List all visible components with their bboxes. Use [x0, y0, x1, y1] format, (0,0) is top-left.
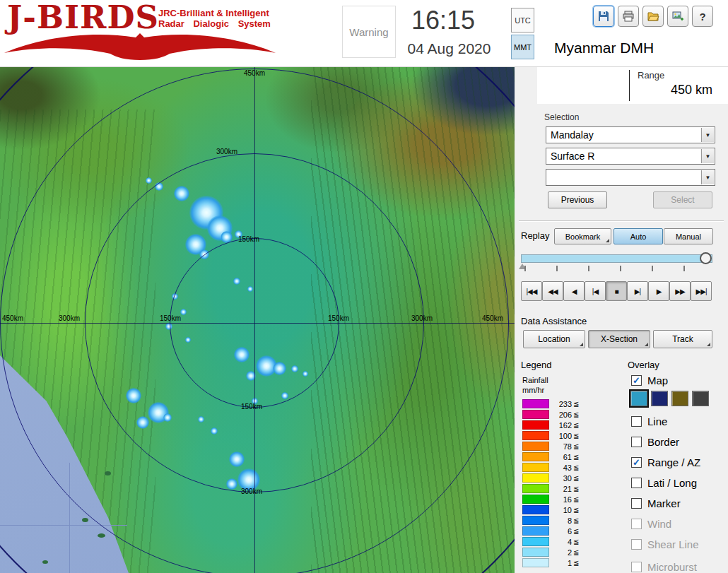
rainfall-unit-line1: Rainfall [522, 376, 548, 384]
mmt-button[interactable]: MMT [511, 35, 534, 59]
location-label: Location [538, 334, 570, 344]
legend-row: 78≦ [522, 441, 579, 451]
play-button[interactable]: ▶ [648, 281, 669, 301]
legend-row: 10≦ [522, 504, 579, 515]
reverse-play-button[interactable]: ◀ [563, 281, 585, 301]
corner-menu-mark [707, 343, 710, 346]
lati-long-checkbox[interactable] [631, 478, 642, 488]
timeline-thumb[interactable] [700, 252, 712, 264]
save-icon [597, 10, 610, 23]
legend-row: 21≦ [522, 483, 579, 494]
range-label-h: 450km [2, 314, 23, 322]
map-checkbox[interactable]: ✓ [631, 375, 642, 386]
corner-menu-mark [645, 343, 648, 346]
clock-date: 04 Aug 2020 [394, 40, 504, 57]
overlay-label-marker: Marker [647, 497, 681, 509]
map-style-swatch-2[interactable] [651, 391, 668, 406]
import-image-icon [671, 10, 684, 23]
product-select[interactable]: Surface R ▼ [546, 148, 715, 165]
range-az-checkbox[interactable]: ✓ [631, 457, 642, 468]
range-label-h: 150km [160, 314, 181, 322]
map-style-swatch-4[interactable] [692, 391, 709, 406]
print-button[interactable] [618, 6, 639, 27]
border-checkbox[interactable] [631, 437, 642, 447]
selection-label: Selection [544, 112, 579, 122]
station-title: Myanmar DMH [554, 40, 654, 57]
legend-color [522, 452, 549, 461]
x-section-label: X-Section [601, 334, 638, 344]
replay-timeline-slider[interactable] [521, 254, 712, 263]
overlay-label-shear-line: Shear Line [647, 538, 699, 550]
range-label-h: 150km [328, 314, 349, 322]
legend-color [522, 473, 549, 483]
bookmark-button[interactable]: Bookmark [554, 228, 611, 244]
previous-button[interactable]: Previous [548, 191, 607, 208]
shear-line-checkbox [631, 539, 642, 550]
clock-time: 16:15 [398, 6, 488, 35]
legend-color [522, 516, 549, 525]
timeline-tick [524, 266, 526, 271]
logo-subtitle-line2: Radar Dialogic System [158, 18, 271, 29]
fast-forward-button[interactable]: ▶▶ [669, 281, 691, 301]
select-button[interactable]: Select [653, 191, 712, 208]
import-image-button[interactable] [667, 6, 688, 27]
legend-color [522, 442, 549, 451]
legend-row: 8≦ [522, 515, 579, 526]
extra-select[interactable]: ▼ [546, 169, 715, 186]
fast-rewind-button[interactable]: ◀◀ [542, 281, 563, 301]
header: J-BIRDS JRC-Brilliant & Intelligent Rada… [0, 0, 728, 67]
line-checkbox[interactable] [631, 416, 642, 427]
site-select[interactable]: Mandalay ▼ [546, 126, 715, 143]
jbirds-logo-title: J-BIRDS [7, 0, 159, 36]
legend-row: 16≦ [522, 494, 579, 504]
skip-to-start-button[interactable]: |◀◀ [521, 281, 542, 301]
overlay-row-wind: Wind [631, 517, 671, 530]
legend-color [522, 420, 549, 430]
radar-map[interactable]: 450km 300km 150km 150km 300km 450km 300k… [0, 67, 515, 573]
range-label-v: 300km [241, 488, 262, 495]
rainfall-unit-line2: mm/hr [522, 386, 544, 394]
overlay-label-wind: Wind [647, 518, 671, 530]
overlay-label-border: Border [647, 436, 679, 448]
step-back-button[interactable]: |◀ [585, 281, 606, 301]
skip-to-end-button[interactable]: ▶▶| [691, 281, 712, 301]
legend-color [522, 431, 549, 440]
legend-color [522, 526, 549, 536]
legend-row: 43≦ [522, 462, 579, 473]
timeline-tick [683, 266, 685, 271]
map-style-swatch-1[interactable] [630, 391, 647, 406]
corner-menu-mark [606, 239, 609, 242]
open-folder-icon [647, 10, 659, 23]
range-label: Range [638, 70, 664, 81]
range-box: Range 450 km [537, 67, 728, 104]
warning-indicator: Warning [342, 6, 396, 58]
range-label-h: 300km [59, 314, 80, 322]
legend-row: 206≦ [522, 409, 579, 420]
track-button[interactable]: Track [653, 330, 712, 348]
stop-button[interactable]: ■ [606, 281, 627, 301]
open-folder-button[interactable] [642, 6, 664, 27]
timeline-tick [620, 266, 621, 271]
legend-row: 2≦ [522, 547, 579, 557]
location-button[interactable]: Location [523, 330, 585, 348]
eagle-logo-icon [4, 32, 276, 61]
range-label-v: 150km [241, 403, 262, 410]
x-section-button[interactable]: X-Section [588, 330, 650, 348]
chevron-down-icon[interactable]: ▼ [701, 149, 714, 163]
utc-button[interactable]: UTC [511, 8, 534, 33]
overlay-label-lati-long: Lati / Long [647, 477, 697, 489]
legend-color [522, 537, 549, 546]
step-forward-button[interactable]: ▶| [627, 281, 648, 301]
chevron-down-icon[interactable]: ▼ [701, 170, 714, 184]
help-button[interactable]: ? [692, 6, 713, 27]
map-style-swatch-3[interactable] [671, 391, 688, 406]
manual-replay-button[interactable]: Manual [664, 228, 713, 244]
chevron-down-icon[interactable]: ▼ [701, 128, 714, 142]
bookmark-label: Bookmark [565, 232, 601, 241]
legend-color [522, 410, 549, 419]
auto-replay-button[interactable]: Auto [613, 228, 663, 244]
marker-checkbox[interactable] [631, 498, 642, 509]
overlay-row-range-az: ✓ Range / AZ [631, 456, 700, 468]
save-button[interactable] [593, 6, 614, 27]
overlay-row-microburst: Microburst [631, 560, 697, 573]
